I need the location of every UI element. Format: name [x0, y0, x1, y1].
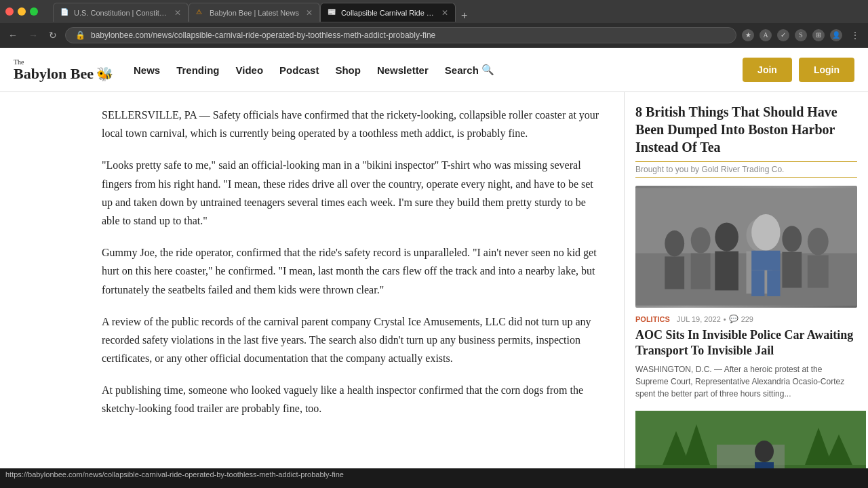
search-label: Search: [445, 64, 479, 76]
nav-news[interactable]: News: [134, 64, 160, 76]
status-bar: https://babylonbee.com/news/collapsible-…: [0, 468, 868, 481]
logo: The Babylon Bee 🐝: [14, 58, 113, 82]
comment-icon: 💬: [729, 314, 738, 323]
search-button[interactable]: Search 🔍: [445, 64, 494, 76]
sidebar-image-1-placeholder: [635, 186, 857, 308]
extension-icon-1[interactable]: A: [760, 29, 772, 41]
sidebar: 8 British Things That Should Have Been D…: [624, 92, 868, 468]
svg-point-25: [755, 441, 774, 462]
svg-point-2: [665, 230, 684, 256]
bullet-separator: •: [724, 315, 726, 323]
tab-2-favicon: ⚠: [196, 8, 205, 18]
article-text: SELLERSVILLE, PA — Safety officials have…: [102, 106, 604, 418]
new-tab-button[interactable]: +: [456, 9, 473, 22]
address-bar-row: ← → ↻ 🔒 babylonbee.com/news/collapsible-…: [0, 23, 868, 47]
extension-icon-2[interactable]: ✓: [777, 29, 789, 41]
svg-point-12: [808, 228, 829, 255]
sidebar-article-1-title: 8 British Things That Should Have Been D…: [635, 103, 857, 156]
site-wrapper: The Babylon Bee 🐝 News Trending Video Po…: [0, 48, 868, 468]
svg-rect-16: [751, 270, 764, 296]
tab-1[interactable]: 📄 U.S. Constitution | Constitu... ✕: [53, 3, 189, 22]
bookmark-icon[interactable]: ★: [742, 29, 754, 41]
sidebar-comments: 229: [741, 315, 753, 323]
browser-icons: ★ A ✓ S ⊞ 👤 ⋮: [742, 28, 863, 42]
header-buttons: Join Login: [743, 58, 854, 82]
sidebar-article-2-title: AOC Sits In Invisible Police Car Awaitin…: [635, 327, 857, 359]
address-bar[interactable]: 🔒 babylonbee.com/news/collapsible-carniv…: [65, 27, 736, 43]
tab-3-favicon: 📰: [328, 8, 337, 18]
extension-icon-4[interactable]: ⊞: [812, 29, 825, 41]
nav-video[interactable]: Video: [236, 64, 264, 76]
main-nav: News Trending Video Podcast Shop Newslet…: [134, 64, 743, 76]
sidebar-article-2[interactable]: POLITICS JUL 19, 2022 • 💬 229 AOC Sits I…: [635, 314, 857, 468]
nav-shop[interactable]: Shop: [335, 64, 361, 76]
logo-area[interactable]: The Babylon Bee 🐝: [14, 58, 113, 82]
content-area: SELLERSVILLE, PA — Safety officials have…: [0, 92, 868, 468]
menu-button[interactable]: ⋮: [848, 28, 863, 42]
svg-rect-17: [767, 270, 780, 296]
reload-button[interactable]: ↻: [46, 28, 60, 42]
svg-point-10: [782, 226, 802, 251]
title-bar: 📄 U.S. Constitution | Constitu... ✕ ⚠ Ba…: [0, 0, 868, 23]
sidebar-tag: POLITICS: [635, 315, 670, 323]
sidebar-date: JUL 19, 2022: [677, 315, 721, 323]
svg-rect-24: [717, 445, 785, 468]
tab-2[interactable]: ⚠ Babylon Bee | Latest News ✕: [189, 3, 320, 22]
bee-icon: 🐝: [96, 66, 113, 82]
tab-1-close[interactable]: ✕: [174, 8, 181, 18]
browser-chrome: 📄 U.S. Constitution | Constitu... ✕ ⚠ Ba…: [0, 0, 868, 48]
nav-newsletter[interactable]: Newsletter: [377, 64, 429, 76]
article-paragraph-3: Gummy Joe, the ride operator, confirmed …: [102, 243, 604, 299]
close-button[interactable]: [5, 7, 14, 16]
svg-point-4: [691, 227, 711, 253]
tab-3-label: Collapsible Carnival Ride Ope...: [341, 9, 435, 17]
traffic-lights: [5, 7, 38, 16]
tab-3-close[interactable]: ✕: [441, 8, 448, 18]
extension-icon-3[interactable]: S: [795, 29, 807, 41]
forward-button[interactable]: →: [26, 28, 41, 42]
svg-rect-7: [715, 251, 738, 291]
nav-trending[interactable]: Trending: [176, 64, 219, 76]
svg-rect-26: [755, 462, 774, 468]
article-paragraph-2: "Looks pretty safe to me," said an offic…: [102, 156, 604, 230]
svg-rect-5: [691, 253, 711, 289]
back-button[interactable]: ←: [5, 28, 20, 42]
address-text: babylonbee.com/news/collapsible-carnival…: [91, 30, 726, 40]
status-url: https://babylonbee.com/news/collapsible-…: [5, 470, 344, 479]
svg-rect-13: [808, 256, 829, 288]
svg-point-14: [751, 214, 780, 251]
svg-rect-3: [665, 256, 684, 289]
logo-the: The: [14, 58, 113, 66]
sidebar-article-1[interactable]: 8 British Things That Should Have Been D…: [635, 103, 857, 308]
lock-icon: 🔒: [75, 30, 85, 40]
profile-icon[interactable]: 👤: [830, 29, 842, 41]
tab-2-close[interactable]: ✕: [306, 8, 313, 18]
fullscreen-button[interactable]: [30, 7, 38, 16]
article-paragraph-4: A review of the public records of the ca…: [102, 312, 604, 368]
tab-1-label: U.S. Constitution | Constitu...: [74, 9, 167, 17]
tab-2-label: Babylon Bee | Latest News: [210, 9, 299, 17]
svg-rect-15: [751, 251, 780, 270]
svg-rect-11: [782, 252, 802, 288]
login-button[interactable]: Login: [799, 58, 854, 82]
sidebar-article-2-excerpt: WASHINGTON, D.C. — After a heroic protes…: [635, 363, 857, 400]
nav-podcast[interactable]: Podcast: [279, 64, 319, 76]
article-paragraph-1: SELLERSVILLE, PA — Safety officials have…: [102, 106, 604, 142]
sidebar-image-2: [635, 411, 857, 468]
site-header: The Babylon Bee 🐝 News Trending Video Po…: [0, 48, 868, 92]
search-icon: 🔍: [481, 64, 494, 76]
sidebar-image-1: [635, 186, 857, 308]
article-paragraph-5: At publishing time, someone who looked v…: [102, 381, 604, 418]
logo-name: Babylon Bee: [14, 66, 94, 81]
main-article: SELLERSVILLE, PA — Safety officials have…: [0, 92, 624, 468]
tab-3[interactable]: 📰 Collapsible Carnival Ride Ope... ✕: [320, 3, 456, 22]
svg-point-6: [715, 222, 738, 251]
tabs-bar: 📄 U.S. Constitution | Constitu... ✕ ⚠ Ba…: [47, 1, 478, 22]
sidebar-article-2-meta: POLITICS JUL 19, 2022 • 💬 229: [635, 314, 857, 323]
join-button[interactable]: Join: [743, 58, 792, 82]
tab-1-favicon: 📄: [60, 8, 70, 18]
sidebar-sponsor: Brought to you by Gold River Trading Co.: [635, 161, 857, 178]
minimize-button[interactable]: [18, 7, 26, 16]
